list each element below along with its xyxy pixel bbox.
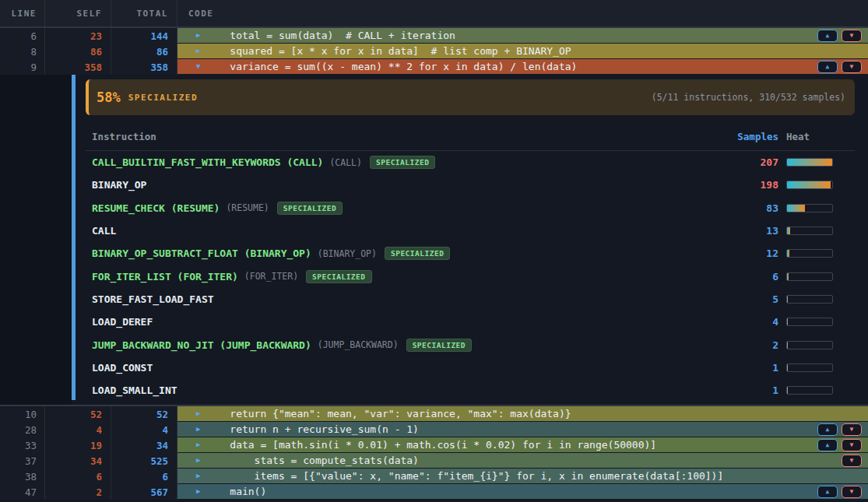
instruction-base-name: (BINARY_OP) [318,248,377,259]
instruction-name: CALL_BUILTIN_FAST_WITH_KEYWORDS (CALL) [92,156,323,168]
code-text: squared = [x * x for x in data] # list c… [206,45,571,57]
jump-up-button[interactable]: ▲ [817,30,838,42]
code-line-row[interactable]: 9358358▼ variance = sum((x - mean) ** 2 … [0,59,868,75]
instruction-row: BINARY_OP_SUBTRACT_FLOAT (BINARY_OP)(BIN… [86,242,855,265]
code-cell[interactable]: ▼ variance = sum((x - mean) ** 2 for x i… [177,59,868,75]
column-header-code: CODE [177,0,868,26]
specialized-percent: 58% [97,90,121,105]
code-cell[interactable]: ▶ squared = [x * x for x in data] # list… [177,44,868,59]
column-header-self: SELF [45,0,111,26]
code-cell[interactable]: ▶ return n + recursive_sum(n - 1)▲▼ [177,422,868,437]
heat-bar [786,226,833,235]
code-line-row[interactable]: 88686▶ squared = [x * x for x in data] #… [0,44,868,59]
code-text: total = sum(data) # CALL + iteration [206,30,455,41]
code-line-row[interactable]: 472567▶ main()▲▼ [0,484,868,500]
self-samples-cell: 19 [45,437,111,453]
samples-count: 2 [708,339,778,351]
column-header-heat: Heat [786,131,833,142]
column-header-total: TOTAL [111,0,177,26]
jump-down-button[interactable]: ▼ [842,439,862,451]
code-cell[interactable]: ▶ return {"mean": mean, "var": variance,… [177,406,868,422]
jump-up-button[interactable]: ▲ [817,486,838,498]
heat-bar [786,386,833,395]
code-text: return {"mean": mean, "var": variance, "… [206,408,571,420]
specialized-meta: (5/11 instructions, 310/532 samples) [652,92,845,103]
code-line-row[interactable]: 3866▶ items = [{"value": x, "name": f"it… [0,469,868,484]
total-samples-cell: 6 [111,469,177,484]
instruction-base-name: (FOR_ITER) [244,271,298,282]
line-number-cell: 38 [0,469,45,484]
instruction-row: CALL_BUILTIN_FAST_WITH_KEYWORDS (CALL)(C… [86,151,855,174]
instruction-base-name: (JUMP_BACKWARD) [318,339,399,350]
row-nav-buttons: ▲▼ [817,439,868,451]
expand-triangle-icon[interactable]: ▶ [196,32,206,39]
code-line-row[interactable]: 331934▶ data = [math.sin(i * 0.01) + mat… [0,437,868,453]
specialization-banner: 58% SPECIALIZED (5/11 instructions, 310/… [86,79,855,115]
specialized-label: SPECIALIZED [128,93,198,103]
code-line-row[interactable]: 2844▶ return n + recursive_sum(n - 1)▲▼ [0,422,868,437]
instruction-row: CALL13 [86,219,855,242]
row-nav-buttons: ▲▼ [817,61,868,73]
total-samples-cell: 52 [111,406,177,422]
code-line-row[interactable]: 3734525▶ stats = compute_stats(data)▼ [0,453,868,469]
collapse-triangle-icon[interactable]: ▼ [196,63,206,70]
code-line-row[interactable]: 623144▶ total = sum(data) # CALL + itera… [0,28,868,44]
arrow-up-icon: ▲ [826,427,830,433]
total-samples-cell: 144 [111,28,177,44]
code-line-row[interactable]: 105252▶ return {"mean": mean, "var": var… [0,406,868,422]
instruction-name: LOAD_SMALL_INT [92,384,177,396]
expand-triangle-icon[interactable]: ▶ [196,488,206,495]
expand-triangle-icon[interactable]: ▶ [196,441,206,448]
jump-down-button[interactable]: ▼ [842,455,862,467]
jump-down-button[interactable]: ▼ [842,61,862,73]
profiler-app: LINE SELF TOTAL CODE 623144▶ total = sum… [0,0,868,502]
samples-count: 198 [708,179,778,191]
line-number-cell: 28 [0,422,45,437]
expand-triangle-icon[interactable]: ▶ [196,472,206,479]
instruction-rows: CALL_BUILTIN_FAST_WITH_KEYWORDS (CALL)(C… [86,151,855,402]
code-text: items = [{"value": x, "name": f"item_{i}… [206,470,723,482]
jump-down-button[interactable]: ▼ [842,423,862,436]
instruction-name: JUMP_BACKWARD_NO_JIT (JUMP_BACKWARD) [92,339,311,351]
code-text: variance = sum((x - mean) ** 2 for x in … [206,61,577,72]
samples-count: 83 [708,202,778,214]
samples-count: 1 [708,384,778,396]
code-cell[interactable]: ▶ stats = compute_stats(data)▼ [177,453,868,469]
code-cell[interactable]: ▶ total = sum(data) # CALL + iteration▲▼ [177,28,868,44]
line-number-cell: 6 [0,28,45,44]
line-number-cell: 33 [0,437,45,453]
code-cell[interactable]: ▶ main()▲▼ [177,484,868,500]
code-text: stats = compute_stats(data) [206,455,419,466]
total-samples-cell: 34 [111,437,177,453]
jump-up-button[interactable]: ▲ [817,439,838,451]
self-samples-cell: 4 [45,422,111,437]
self-samples-cell: 86 [45,44,111,59]
samples-count: 13 [708,225,778,237]
heat-bar [786,295,833,304]
self-samples-cell: 23 [45,28,111,44]
code-cell[interactable]: ▶ items = [{"value": x, "name": f"item_{… [177,469,868,484]
samples-count: 5 [708,293,778,305]
expand-triangle-icon[interactable]: ▶ [196,410,206,417]
expand-triangle-icon[interactable]: ▶ [196,47,206,54]
jump-down-button[interactable]: ▼ [842,30,862,42]
total-samples-cell: 525 [111,453,177,469]
self-samples-cell: 2 [45,484,111,500]
samples-count: 1 [708,362,778,374]
line-number-cell: 37 [0,453,45,469]
total-samples-cell: 567 [111,484,177,500]
instruction-base-name: (RESUME) [226,202,269,213]
heat-bar-fill [787,387,788,394]
jump-up-button[interactable]: ▲ [817,423,838,436]
jump-up-button[interactable]: ▲ [817,61,838,73]
bottom-code-rows: 105252▶ return {"mean": mean, "var": var… [0,405,868,500]
expand-triangle-icon[interactable]: ▶ [196,426,206,433]
self-samples-cell: 34 [45,453,111,469]
heat-bar [786,249,833,258]
expand-triangle-icon[interactable]: ▶ [196,457,206,464]
jump-down-button[interactable]: ▼ [842,486,862,498]
specialized-badge: SPECIALIZED [385,247,450,260]
code-cell[interactable]: ▶ data = [math.sin(i * 0.01) + math.cos(… [177,437,868,453]
heat-bar-fill [787,342,788,349]
table-header: LINE SELF TOTAL CODE [0,0,868,28]
